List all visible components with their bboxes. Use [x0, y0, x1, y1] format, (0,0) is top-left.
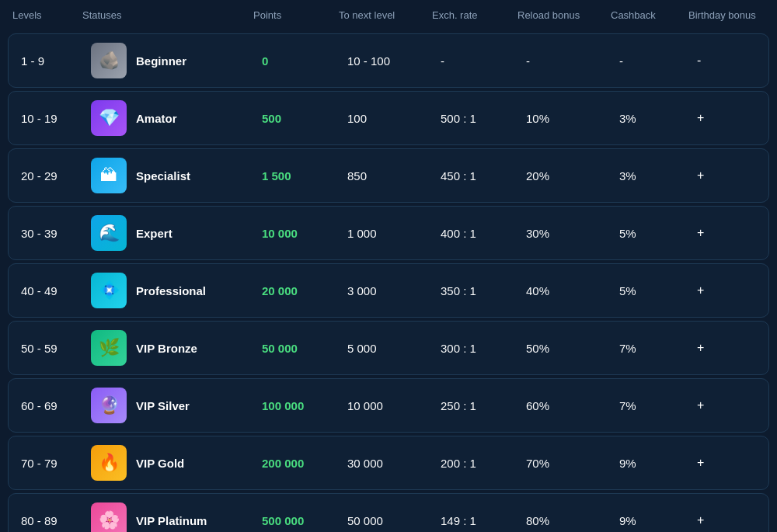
cell-status: 🔥 VIP Gold: [91, 445, 262, 481]
cell-birthday-bonus: -: [697, 54, 777, 68]
cell-level: 30 - 39: [21, 227, 91, 240]
cell-level: 40 - 49: [21, 284, 91, 297]
status-badge: 🌊: [91, 215, 127, 251]
status-name: VIP Silver: [136, 399, 190, 412]
cell-reload-bonus: -: [526, 54, 619, 68]
status-badge: 🪨: [91, 43, 127, 78]
cell-status: 💠 Professional: [91, 273, 262, 308]
cell-birthday-bonus: +: [697, 513, 777, 527]
cell-points: 500: [262, 112, 347, 125]
cell-points: 0: [262, 54, 347, 68]
cell-reload-bonus: 50%: [526, 342, 619, 355]
cell-reload-bonus: 60%: [526, 399, 619, 412]
cell-points: 500 000: [262, 514, 347, 527]
table-row: 40 - 49 💠 Professional 20 000 3 000 350 …: [8, 263, 769, 318]
cell-cashback: 3%: [619, 112, 697, 125]
status-badge: 💠: [91, 273, 127, 308]
badge-icon: 🌸: [99, 510, 120, 530]
badge-icon: 🔮: [99, 395, 120, 416]
table-row: 70 - 79 🔥 VIP Gold 200 000 30 000 200 : …: [8, 436, 769, 490]
cell-cashback: 9%: [619, 457, 697, 470]
status-name: Professional: [136, 284, 206, 297]
header-statuses: Statuses: [82, 9, 253, 21]
badge-icon: 💠: [99, 280, 120, 301]
cell-exch-rate: 149 : 1: [441, 514, 526, 527]
cell-points: 200 000: [262, 457, 347, 470]
cell-birthday-bonus: +: [697, 111, 777, 125]
cell-exch-rate: 400 : 1: [441, 227, 526, 240]
cell-points: 1 500: [262, 169, 347, 183]
cell-to-next: 1 000: [347, 227, 441, 240]
levels-table: Levels Statuses Points To next level Exc…: [0, 0, 777, 532]
cell-status: 🌊 Expert: [91, 215, 262, 251]
cell-birthday-bonus: +: [697, 456, 777, 470]
cell-reload-bonus: 10%: [526, 112, 619, 125]
status-badge: 🌸: [91, 502, 127, 532]
cell-birthday-bonus: +: [697, 226, 777, 240]
cell-level: 80 - 89: [21, 514, 91, 527]
cell-to-next: 5 000: [347, 342, 441, 355]
cell-cashback: 5%: [619, 284, 697, 297]
status-badge: 💎: [91, 100, 127, 136]
cell-level: 70 - 79: [21, 457, 91, 470]
header-points: Points: [253, 9, 339, 21]
table-header: Levels Statuses Points To next level Exc…: [0, 0, 777, 30]
cell-status: 🔮 VIP Silver: [91, 388, 262, 423]
cell-to-next: 30 000: [347, 457, 441, 470]
cell-points: 10 000: [262, 227, 347, 240]
status-name: VIP Platinum: [136, 514, 207, 527]
badge-icon: 🔥: [99, 453, 120, 473]
cell-status: 💎 Amator: [91, 100, 262, 136]
cell-to-next: 100: [347, 112, 441, 125]
cell-exch-rate: 500 : 1: [441, 112, 526, 125]
cell-reload-bonus: 70%: [526, 457, 619, 470]
cell-cashback: 5%: [619, 227, 697, 240]
status-badge: 🌿: [91, 330, 127, 366]
status-badge: 🔮: [91, 388, 127, 423]
table-row: 30 - 39 🌊 Expert 10 000 1 000 400 : 1 30…: [8, 206, 769, 260]
cell-cashback: 7%: [619, 342, 697, 355]
status-name: Specialist: [136, 169, 190, 183]
badge-icon: 🌿: [99, 338, 120, 358]
cell-exch-rate: -: [441, 54, 526, 68]
badge-icon: 💎: [99, 108, 120, 128]
cell-birthday-bonus: +: [697, 398, 777, 412]
cell-to-next: 850: [347, 169, 441, 183]
cell-to-next: 50 000: [347, 514, 441, 527]
status-name: VIP Bronze: [136, 342, 197, 355]
cell-exch-rate: 200 : 1: [441, 457, 526, 470]
header-reload-bonus: Reload bonus: [517, 9, 611, 21]
table-row: 60 - 69 🔮 VIP Silver 100 000 10 000 250 …: [8, 378, 769, 433]
header-birthday-bonus: Birthday bonus: [688, 9, 777, 21]
badge-icon: 🪨: [99, 50, 120, 71]
status-badge: 🔥: [91, 445, 127, 481]
cell-points: 100 000: [262, 399, 347, 412]
cell-level: 50 - 59: [21, 342, 91, 355]
cell-status: 🌿 VIP Bronze: [91, 330, 262, 366]
status-name: VIP Gold: [136, 457, 184, 470]
cell-reload-bonus: 40%: [526, 284, 619, 297]
cell-cashback: 9%: [619, 514, 697, 527]
cell-status: 🏔 Specialist: [91, 158, 262, 193]
cell-exch-rate: 300 : 1: [441, 342, 526, 355]
cell-status: 🪨 Beginner: [91, 43, 262, 78]
badge-icon: 🏔: [100, 165, 117, 186]
cell-to-next: 10 - 100: [347, 54, 441, 68]
header-to-next: To next level: [339, 9, 432, 21]
badge-icon: 🌊: [99, 223, 120, 243]
status-name: Beginner: [136, 54, 186, 68]
status-name: Amator: [136, 112, 177, 125]
header-cashback: Cashback: [611, 9, 688, 21]
cell-status: 🌸 VIP Platinum: [91, 502, 262, 532]
header-levels: Levels: [12, 9, 82, 21]
table-row: 10 - 19 💎 Amator 500 100 500 : 1 10% 3% …: [8, 91, 769, 145]
status-name: Expert: [136, 227, 172, 240]
table-row: 20 - 29 🏔 Specialist 1 500 850 450 : 1 2…: [8, 148, 769, 203]
cell-points: 20 000: [262, 284, 347, 297]
cell-level: 10 - 19: [21, 112, 91, 125]
cell-to-next: 3 000: [347, 284, 441, 297]
cell-points: 50 000: [262, 342, 347, 355]
table-row: 50 - 59 🌿 VIP Bronze 50 000 5 000 300 : …: [8, 321, 769, 375]
cell-birthday-bonus: +: [697, 169, 777, 183]
table-row: 1 - 9 🪨 Beginner 0 10 - 100 - - - -: [8, 33, 769, 88]
